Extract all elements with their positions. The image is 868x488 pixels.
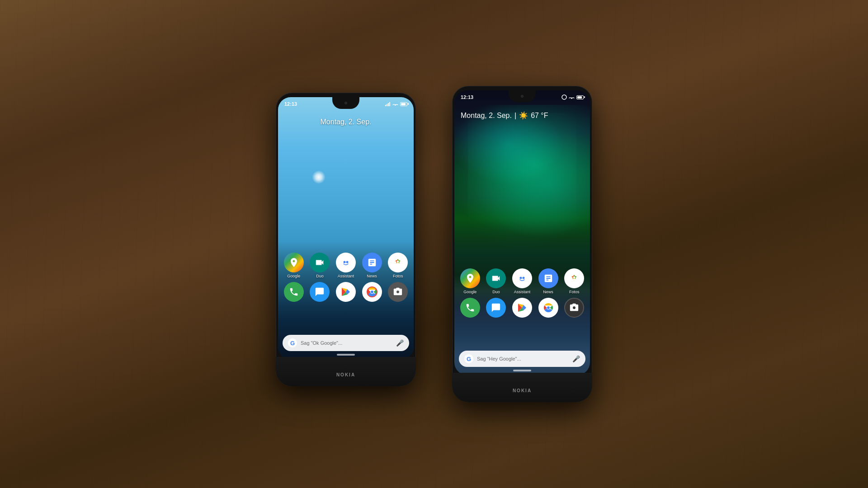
search-bar-right[interactable]: G Sag "Hey Google"... 🎤 [459,351,585,367]
notch-right [509,90,536,102]
app-chrome-left[interactable] [361,282,383,303]
app-fotos-label-right: Fotos [569,290,580,294]
svg-rect-1 [387,104,387,106]
app-google-left[interactable]: Google [283,253,305,278]
app-assistant-label-right: Assistant [514,290,531,294]
app-chrome-right[interactable] [537,298,560,319]
app-phone-left[interactable] [283,282,305,303]
app-messages-left[interactable] [309,282,331,303]
svg-rect-3 [389,102,390,106]
duo-icon-right [486,268,506,288]
app-area-right: Google Duo [454,268,590,321]
app-duo-label-left: Duo [316,274,324,278]
battery-fill-right [577,96,582,99]
wifi-icon-left [392,102,398,106]
separator: | [514,112,516,120]
play-icon-left [336,282,356,302]
screen-right: 12:13 Mont [454,90,590,375]
google-icon-right [460,268,480,288]
svg-point-15 [523,277,525,279]
app-camera-right[interactable] [563,298,585,319]
nokia-brand-right: NOKIA [513,388,532,393]
battery-icon-left [400,102,407,106]
app-assistant-right[interactable]: Assistant [511,268,533,294]
weather-icon-right: ☀️ [519,111,528,120]
app-assistant-left[interactable]: Assistant [335,253,357,278]
svg-point-16 [573,277,576,279]
app-duo-left[interactable]: Duo [309,253,331,278]
phone-right: 12:13 Mont [452,86,592,402]
date-widget-left: Montag, 2. Sep. [278,118,414,126]
status-icons-right [561,94,584,100]
wifi-icon-right [569,95,575,99]
svg-point-11 [371,291,373,293]
app-google-right[interactable]: Google [459,268,481,294]
svg-rect-0 [385,105,386,106]
app-news-right[interactable]: News [537,268,560,294]
notch-left [332,97,359,109]
phone-icon-right [460,298,480,318]
circle-icon-right [561,94,567,100]
svg-point-19 [547,306,550,309]
svg-point-13 [518,274,527,283]
weather-temp-right: 67 °F [531,112,548,120]
svg-point-4 [341,258,350,267]
app-duo-right[interactable]: Duo [485,268,508,294]
assistant-icon-right [512,268,532,288]
app-fotos-right[interactable]: Fotos [563,268,585,294]
app-assistant-label-left: Assistant [338,274,354,278]
svg-point-5 [344,261,346,263]
date-text-left: Montag, 2. Sep. [278,118,414,126]
svg-rect-2 [388,103,389,106]
phones-container: 12:13 [0,0,868,488]
duo-icon-left [310,253,330,272]
app-google-label-right: Google [463,290,476,294]
app-play-left[interactable] [335,282,357,303]
app-phone-right[interactable] [459,298,481,319]
app-news-label-left: News [367,274,377,278]
signal-icon-left [385,102,391,106]
app-fotos-left[interactable]: Fotos [387,253,409,278]
app-camera-left[interactable] [387,282,409,303]
phone-left: 12:13 [276,93,416,386]
battery-icon-right [576,95,584,99]
app-play-right[interactable] [511,298,533,319]
messages-icon-left [310,282,330,302]
app-news-label-right: News [543,290,553,294]
phone-body-bottom-right: NOKIA [452,373,592,402]
fotos-icon-right [564,268,584,288]
dock-row-left [278,282,414,303]
svg-point-7 [397,261,399,263]
search-placeholder-right: Sag "Hey Google"... [477,356,569,361]
camera-icon-right [564,298,584,318]
nokia-brand-left: NOKIA [336,372,355,377]
assistant-icon-left [336,253,356,272]
search-bar-left[interactable]: G Sag "Ok Google"... 🎤 [283,335,409,351]
home-indicator-left [337,354,355,356]
svg-point-14 [520,277,522,279]
time-right: 12:13 [461,94,473,100]
app-area-left: Google Duo [278,253,414,305]
mic-icon-right: 🎤 [572,355,580,362]
app-duo-label-right: Duo [492,290,500,294]
date-text-right: Montag, 2. Sep. [461,112,512,120]
home-indicator-right [513,370,531,371]
phone-body-bottom-left: NOKIA [276,357,416,386]
app-news-left[interactable]: News [361,253,383,278]
messages-icon-right [486,298,506,318]
date-weather-right: Montag, 2. Sep. | ☀️ 67 °F [461,111,584,120]
status-icons-left [385,102,407,106]
app-google-label-left: Google [287,274,300,278]
camera-dot-left [344,102,347,104]
fotos-icon-left [388,253,408,272]
news-icon-left [362,253,382,272]
time-left: 12:13 [284,101,297,107]
app-row1-left: Google Duo [278,253,414,278]
play-icon-right [512,298,532,318]
google-g-right: G [464,354,473,363]
chrome-icon-right [538,298,558,318]
chrome-icon-left [362,282,382,302]
google-g-left: G [288,338,297,347]
app-fotos-label-left: Fotos [393,274,403,278]
app-messages-right[interactable] [485,298,508,319]
